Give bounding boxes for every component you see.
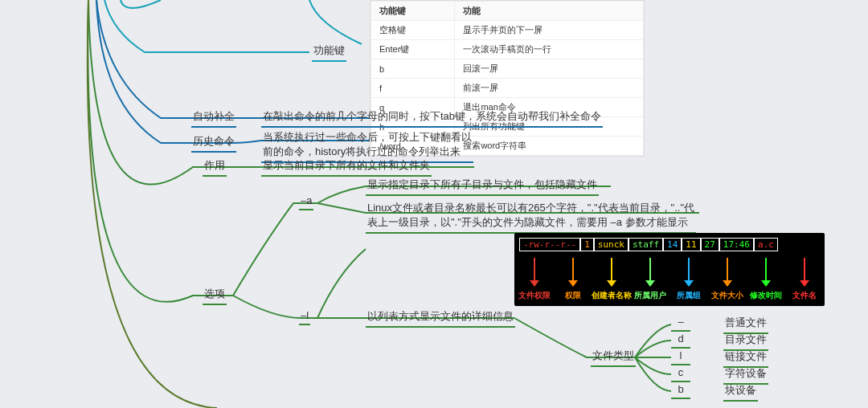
mindmap-canvas[interactable]: 功能键 功能键 功能 空格键显示手并页的下一屏Enter键一次滚动手稿页的一行b… xyxy=(0,0,868,408)
label: 作用 xyxy=(204,159,225,171)
label: 目录文件 xyxy=(725,333,767,345)
node-auto-complete[interactable]: 自动补全 xyxy=(191,108,236,128)
label: –a xyxy=(301,194,312,206)
ls-arrow: 文件权限 xyxy=(522,258,547,301)
node-auto-complete-desc[interactable]: 在敲出命令的前几个字母的同时，按下tab键，系统会自动帮我们补全命令 xyxy=(261,108,603,128)
node-opt-a[interactable]: –a xyxy=(299,193,313,210)
node-role-desc[interactable]: 显示当前目录下所有的文件和文件夹 xyxy=(261,157,432,177)
ls-segment: -rw-r--r-- xyxy=(519,238,580,251)
table-cell: 空格键 xyxy=(371,21,455,40)
ls-segment: 1 xyxy=(580,238,594,251)
label: 块设备 xyxy=(725,384,756,396)
ft-key-c[interactable]: c xyxy=(671,365,690,382)
label: 历史命令 xyxy=(193,135,235,147)
table-cell: 回滚一屏 xyxy=(455,59,644,79)
label: 功能键 xyxy=(313,44,345,56)
node-options[interactable]: 选项 xyxy=(203,285,227,305)
label: 普通文件 xyxy=(725,316,767,328)
table-cell: 搜索word字符串 xyxy=(455,137,644,156)
ft-key-l[interactable]: l xyxy=(671,348,690,365)
node-opt-a-desc1[interactable]: 显示指定目录下所有子目录与文件，包括隐藏文件 xyxy=(366,176,599,196)
table-cell: b xyxy=(371,59,455,79)
node-history[interactable]: 历史命令 xyxy=(191,133,236,153)
label: b xyxy=(678,383,683,395)
ls-segment: a.c xyxy=(754,238,778,251)
node-opt-l[interactable]: –l xyxy=(299,308,310,325)
label: 链接文件 xyxy=(725,350,767,362)
node-opt-l-desc[interactable]: 以列表方式显示文件的详细信息 xyxy=(366,308,515,328)
label: 自动补全 xyxy=(193,110,235,122)
th-func: 功能 xyxy=(455,2,644,21)
label: 文件类型 xyxy=(592,349,634,361)
ls-segment: sunck xyxy=(594,238,628,251)
ls-arrow: 文件名 xyxy=(792,258,817,301)
ls-arrow: 所属用户 xyxy=(638,258,662,301)
label: 显示指定目录下所有子目录与文件，包括隐藏文件 xyxy=(367,178,597,190)
label: 在敲出命令的前几个字母的同时，按下tab键，系统会自动帮我们补全命令 xyxy=(263,110,601,122)
table-cell: 显示手并页的下一屏 xyxy=(455,21,644,40)
ls-arrow: 所属组 xyxy=(677,258,701,301)
ls-segment: 27 xyxy=(701,238,719,251)
node-func-keys[interactable]: 功能键 xyxy=(312,42,346,62)
node-file-type[interactable]: 文件类型 xyxy=(591,347,636,367)
label: – xyxy=(678,316,683,328)
label: l xyxy=(680,349,682,361)
ls-segment: 11 xyxy=(682,238,700,251)
ls-arrow: 修改时间 xyxy=(754,258,778,301)
label: c xyxy=(678,366,684,378)
label: 字符设备 xyxy=(725,367,767,379)
label: Linux文件或者目录名称最长可以有265个字符，"."代表当前目录，".."代… xyxy=(367,202,694,228)
label: 显示当前目录下所有的文件和文件夹 xyxy=(263,159,430,171)
node-opt-a-desc2[interactable]: Linux文件或者目录名称最长可以有265个字符，"."代表当前目录，".."代… xyxy=(366,199,696,234)
ls-arrow: 文件大小 xyxy=(715,258,739,301)
ls-arrow: 权限 xyxy=(561,258,585,301)
ls-segment: staff xyxy=(628,238,663,251)
node-role[interactable]: 作用 xyxy=(203,157,227,177)
label: 以列表方式显示文件的详细信息 xyxy=(367,310,514,322)
ft-key-b[interactable]: b xyxy=(671,381,690,399)
table-cell: 一次滚动手稿页的一行 xyxy=(455,40,644,59)
ft-key-d[interactable]: d xyxy=(671,331,690,349)
table-cell: f xyxy=(371,79,455,98)
ft-val-b[interactable]: 块设备 xyxy=(723,381,758,402)
table-cell: Enter键 xyxy=(371,40,455,59)
ls-segment: 17:46 xyxy=(719,238,754,251)
ft-key-dash[interactable]: – xyxy=(671,314,690,332)
th-key: 功能键 xyxy=(371,2,455,21)
label: –l xyxy=(301,309,309,321)
label: 当系统执行过一些命令后，可按上下键翻看以 前的命令，history将执行过的命令… xyxy=(263,131,472,157)
label: d xyxy=(678,333,683,345)
ls-color-diagram: -rw-r--r--1sunckstaff14112717:46a.c 文件权限… xyxy=(514,233,825,306)
ls-arrow: 创建者名称 xyxy=(600,258,624,301)
table-cell: 前滚一屏 xyxy=(455,79,644,98)
ls-segment: 14 xyxy=(663,238,682,251)
label: 选项 xyxy=(204,288,225,300)
